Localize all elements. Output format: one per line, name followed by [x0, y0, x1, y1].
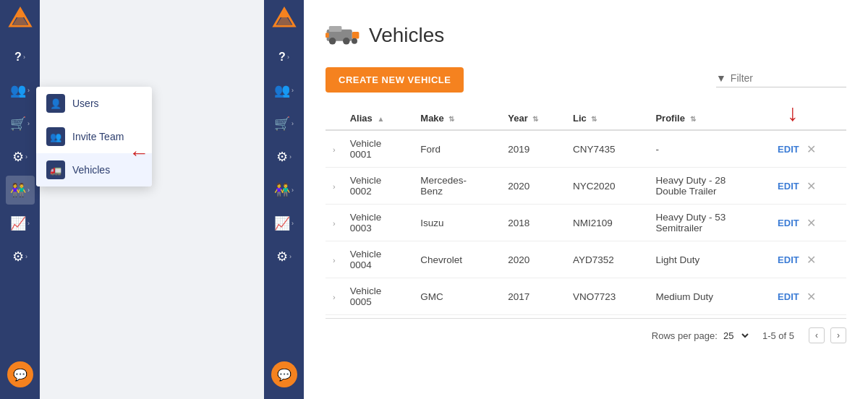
- make-sort-icon[interactable]: ⇅: [448, 115, 454, 123]
- filter-container: ▼: [716, 72, 846, 87]
- filter-input[interactable]: [731, 72, 832, 84]
- th-profile: Profile ⇅: [648, 107, 770, 130]
- svg-point-8: [329, 38, 336, 45]
- admin-icon[interactable]: ⚙›: [6, 242, 35, 271]
- page-range: 1-5 of 5: [762, 330, 794, 341]
- r-team-icon[interactable]: 👫›: [270, 176, 299, 205]
- expand-row-4[interactable]: ›: [333, 256, 336, 265]
- action-cell-5: EDIT ✕: [778, 290, 839, 304]
- edit-btn-4[interactable]: EDIT: [778, 254, 799, 265]
- edit-btn-3[interactable]: EDIT: [778, 218, 799, 228]
- lic-cell-4: AYD7352: [566, 241, 649, 278]
- page-header: Vehicles: [326, 17, 846, 53]
- invite-di-icon: 👥: [46, 127, 65, 146]
- lic-sort-icon[interactable]: ⇅: [591, 115, 597, 123]
- delete-btn-1[interactable]: ✕: [807, 142, 816, 156]
- personnel-icon[interactable]: 👥›: [6, 76, 35, 105]
- users-menu-label: Users: [72, 98, 99, 109]
- down-arrow-annotation: ↓: [787, 100, 799, 126]
- svg-rect-12: [326, 33, 329, 38]
- chat-button[interactable]: 💬: [7, 361, 33, 387]
- action-cell-4: EDIT ✕: [778, 253, 839, 267]
- users-di-icon: 👤: [46, 94, 65, 113]
- table-row: › Vehicle0005 GMC 2017 VNO7723 Medium Du…: [326, 278, 846, 315]
- toolbar: CREATE NEW VEHICLE ▼: [326, 67, 846, 93]
- vehicles-page-icon: [326, 17, 360, 53]
- r-analytics-icon[interactable]: 📈›: [270, 209, 299, 238]
- svg-point-9: [343, 38, 350, 45]
- profile-sort-icon[interactable]: ⇅: [690, 115, 696, 123]
- main-content: Vehicles CREATE NEW VEHICLE ▼ ↓ Alias ▲ …: [304, 0, 868, 399]
- right-logo: [271, 6, 297, 35]
- left-sidebar: ? › 👥› 🛒› ⚙› 👫› 📈› ⚙› 👤 Users 👥 Invite T…: [0, 0, 40, 399]
- table-container: ↓ Alias ▲ Make ⇅ Year ⇅: [326, 107, 846, 315]
- expand-row-5[interactable]: ›: [333, 293, 336, 301]
- alias-cell-1: Vehicle0001: [343, 130, 414, 168]
- r-chat-button[interactable]: 💬: [271, 361, 297, 387]
- year-cell-5: 2017: [501, 278, 566, 315]
- year-cell-4: 2020: [501, 241, 566, 278]
- alias-sort-icon[interactable]: ▲: [377, 115, 384, 123]
- make-cell-1: Ford: [413, 130, 501, 168]
- edit-btn-5[interactable]: EDIT: [778, 291, 799, 302]
- r-dispatch-icon[interactable]: 🛒›: [270, 109, 299, 138]
- profile-cell-2: Heavy Duty - 28Double Trailer: [648, 168, 770, 205]
- next-page-button[interactable]: ›: [830, 327, 846, 343]
- dispatch-icon[interactable]: 🛒›: [6, 109, 35, 138]
- th-year: Year ⇅: [501, 107, 566, 130]
- th-lic: Lic ⇅: [566, 107, 649, 130]
- create-vehicle-button[interactable]: CREATE NEW VEHICLE: [326, 67, 464, 93]
- expand-row-2[interactable]: ›: [333, 182, 336, 191]
- year-cell-1: 2019: [501, 130, 566, 168]
- logo: [7, 6, 33, 35]
- r-admin-icon[interactable]: ⚙›: [270, 242, 299, 271]
- prev-page-button[interactable]: ‹: [809, 327, 825, 343]
- table-row: › Vehicle0003 Isuzu 2018 NMI2109 Heavy D…: [326, 205, 846, 241]
- make-cell-5: GMC: [413, 278, 501, 315]
- action-cell-3: EDIT ✕: [778, 216, 839, 230]
- delete-btn-3[interactable]: ✕: [807, 216, 816, 230]
- year-cell-2: 2020: [501, 168, 566, 205]
- delete-btn-4[interactable]: ✕: [807, 253, 816, 267]
- page-nav: ‹ ›: [809, 327, 846, 343]
- make-cell-4: Chevrolet: [413, 241, 501, 278]
- svg-rect-7: [329, 26, 342, 32]
- analytics-icon[interactable]: 📈›: [6, 209, 35, 238]
- delete-btn-2[interactable]: ✕: [807, 179, 816, 193]
- fleet-icon[interactable]: ⚙›: [6, 142, 35, 171]
- th-expand: [326, 107, 343, 130]
- rows-per-page-select[interactable]: 25 50 100: [720, 330, 751, 342]
- make-cell-2: Mercedes-Benz: [413, 168, 501, 205]
- invite-team-menu-item[interactable]: 👥 Invite Team: [36, 120, 152, 153]
- alias-cell-2: Vehicle0002: [343, 168, 414, 205]
- year-sort-icon[interactable]: ⇅: [532, 115, 538, 123]
- team-nav-icon[interactable]: 👫›: [6, 176, 35, 205]
- table-header-row: Alias ▲ Make ⇅ Year ⇅ Lic ⇅: [326, 107, 846, 130]
- table-row: › Vehicle0002 Mercedes-Benz 2020 NYC2020…: [326, 168, 846, 205]
- r-fleet-icon[interactable]: ⚙›: [270, 142, 299, 171]
- svg-rect-10: [352, 32, 359, 39]
- expand-row-3[interactable]: ›: [333, 219, 336, 228]
- r-help-icon[interactable]: ? ›: [270, 43, 299, 72]
- alias-cell-3: Vehicle0003: [343, 205, 414, 241]
- vehicles-menu-item[interactable]: 🚛 Vehicles: [36, 153, 152, 186]
- th-alias: Alias ▲: [343, 107, 414, 130]
- users-menu-item[interactable]: 👤 Users: [36, 87, 152, 120]
- lic-cell-5: VNO7723: [566, 278, 649, 315]
- svg-point-11: [352, 38, 357, 44]
- action-cell-2: EDIT ✕: [778, 179, 839, 193]
- expand-row-1[interactable]: ›: [333, 145, 336, 154]
- delete-btn-5[interactable]: ✕: [807, 290, 816, 304]
- nav-dropdown: 👤 Users 👥 Invite Team 🚛 Vehicles: [36, 87, 152, 186]
- table-row: › Vehicle0004 Chevrolet 2020 AYD7352 Lig…: [326, 241, 846, 278]
- help-icon[interactable]: ? ›: [6, 43, 35, 72]
- edit-btn-2[interactable]: EDIT: [778, 181, 799, 192]
- r-personnel-icon[interactable]: 👥›: [270, 76, 299, 105]
- table-row: › Vehicle0001 Ford 2019 CNY7435 - EDIT ✕: [326, 130, 846, 168]
- profile-cell-3: Heavy Duty - 53Semitrailer: [648, 205, 770, 241]
- rows-per-page: Rows per page: 25 50 100: [652, 330, 751, 342]
- gap-area: [40, 0, 264, 399]
- rows-per-page-label: Rows per page:: [652, 330, 718, 341]
- edit-btn-1[interactable]: EDIT: [778, 144, 799, 155]
- table-footer: Rows per page: 25 50 100 1-5 of 5 ‹ ›: [326, 318, 846, 343]
